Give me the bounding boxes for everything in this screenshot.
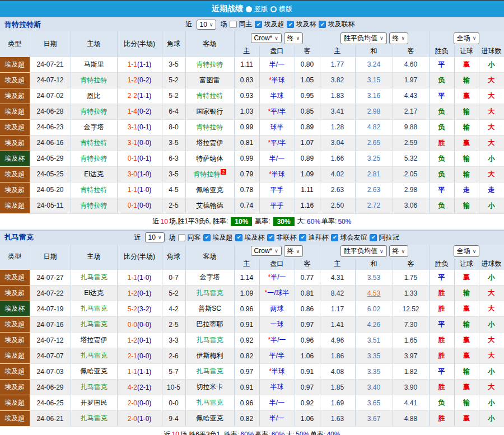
result-goals: 小: [479, 317, 504, 333]
avg-win: 4.31: [320, 270, 355, 286]
team-label: 扎马雷克: [197, 399, 223, 406]
odds-source-select[interactable]: Crow*∨: [251, 33, 282, 43]
match-row: 埃及超24-07-12塔拉贾伊1-2(0-1)3-3扎马雷克0.92*半/一0.…: [0, 333, 504, 348]
league-checkbox[interactable]: ✔阿拉冠: [370, 233, 399, 242]
handicap: *平/半: [259, 104, 295, 119]
odds-source-select[interactable]: Crow*∨: [251, 246, 282, 256]
layout-option-vertical[interactable]: 竖版: [246, 4, 268, 14]
match-count-select[interactable]: 10∨: [145, 232, 165, 242]
avg-select[interactable]: 胜平负均值∨: [340, 245, 387, 257]
team-label: 肯特拉特: [81, 76, 108, 84]
handicap: *半球: [259, 72, 295, 88]
corners: 0-7: [162, 270, 185, 286]
handicap-label: 平/半: [270, 139, 286, 147]
match-filter: 近10∨场同客✔埃及超✔埃及杯✔非联杯✔迪拜杯✔球会友谊✔阿拉冠: [134, 232, 399, 242]
handicap: 球半: [259, 119, 295, 135]
league-type-badge: 埃及超: [0, 135, 30, 151]
result-outcome: 胜: [429, 301, 454, 317]
handicap-label: 半/一: [269, 414, 284, 422]
league-checkbox[interactable]: ✔迪拜杯: [299, 233, 328, 242]
chevron-down-icon: ∨: [402, 35, 405, 41]
league-checkbox[interactable]: ✔非联杯: [267, 233, 296, 242]
odds-home: 0.92: [234, 333, 259, 348]
avg-lose: 4.60: [393, 57, 429, 72]
avg-lose: 2.05: [393, 166, 429, 182]
odds-home: 0.78: [234, 182, 259, 198]
handicap: 平手: [259, 198, 295, 213]
odds-home: 0.91: [234, 380, 259, 395]
home-team: 佩哈亚克: [71, 364, 117, 380]
checkbox-label: 埃及超: [264, 20, 284, 29]
result-outcome: 负: [429, 166, 454, 182]
same-venue-checkbox[interactable]: 同主: [230, 20, 252, 29]
match-date: 24-07-03: [30, 364, 71, 380]
odds-away: 0.77: [295, 270, 320, 286]
scope-select[interactable]: 全场∨: [454, 245, 480, 257]
checkbox-checked-icon: ✔: [267, 234, 274, 241]
league-checkbox[interactable]: ✔埃及杯: [287, 20, 316, 29]
match-row: 埃及超24-07-21马斯里1-1(1-1)3-5肯特拉特1.11半/一0.80…: [0, 57, 504, 72]
avg-draw: 2.72: [355, 198, 393, 213]
league-checkbox[interactable]: ✔埃及超: [255, 20, 284, 29]
halftime-score: (3-2): [137, 305, 151, 313]
avg-state-select[interactable]: 终∨: [389, 245, 409, 257]
odds-away: 0.89: [295, 151, 320, 166]
league-checkbox[interactable]: ✔埃及杯: [235, 233, 264, 242]
avg-select[interactable]: 胜平负均值∨: [340, 32, 387, 44]
recent-matches-table: 类型 日期 主场 比分(半场) 角球 客场 Crow*∨终∨ 胜平负均值∨终∨ …: [0, 31, 504, 214]
team-label: 肯特拉特: [81, 107, 108, 115]
away-team: 佩哈亚克: [185, 182, 234, 198]
col-handicap: 盘口: [259, 45, 295, 57]
checkbox-checked-icon: ✔: [331, 234, 338, 241]
match-count-select[interactable]: 10∨: [197, 20, 217, 30]
chevron-down-icon: ∨: [158, 235, 162, 240]
league-checkbox[interactable]: ✔埃及联杯: [319, 20, 354, 29]
corners: 0-0: [162, 395, 185, 411]
result-goals: 大: [479, 166, 504, 182]
same-venue-checkbox[interactable]: 同客: [178, 233, 200, 242]
summary-segment: 30%: [273, 217, 295, 226]
odds-home: 1.14: [234, 270, 259, 286]
home-team: 肯特拉特: [71, 182, 117, 198]
scope-select[interactable]: 全场∨: [454, 32, 480, 44]
corners: 2-5: [162, 198, 185, 213]
fulltime-score: 3-1: [128, 139, 137, 147]
summary-row: 近10场,胜1平3负6, 胜率:10%赢率:30%大:60%单率:50%: [0, 214, 504, 230]
layout-option-horizontal[interactable]: 横版: [270, 4, 292, 14]
col-type: 类型: [0, 245, 30, 270]
odds-state-select[interactable]: 终∨: [284, 245, 304, 257]
away-team: 肯特拉特: [185, 88, 234, 104]
handicap-label: 半球: [272, 170, 285, 178]
avg-group-header: 胜平负均值∨终∨: [320, 245, 429, 259]
col-odds-away: 客: [295, 45, 320, 57]
away-team: 塔拉贾伊: [185, 135, 234, 151]
odds-home: 1.03: [234, 104, 259, 119]
score: 3-1(0-0): [117, 135, 162, 151]
score: 1-1(1-0): [117, 270, 162, 286]
summary-segment: 赢率:: [255, 430, 270, 435]
summary-row: 近10场,胜6平3负1, 胜率:60%赢率:60%大:50%单率:40%: [0, 427, 504, 435]
league-checkbox[interactable]: ✔埃及超: [203, 233, 232, 242]
corners: 2-6: [162, 348, 185, 364]
match-row: 埃及超24-05-11肯特拉特0-1(0-0)2-5艾德翰德0.74平手1.16…: [0, 198, 504, 213]
fulltime-score: 2-1: [128, 352, 137, 360]
score: 3-1(0-1): [117, 119, 162, 135]
league-checkbox[interactable]: ✔球会友谊: [331, 233, 367, 242]
summary-segment: 大:: [297, 217, 306, 226]
corners: 6-4: [162, 104, 185, 119]
match-row: 埃及超24-07-07扎马雷克2-1(0-0)2-6伊斯梅利0.82平/半1.0…: [0, 348, 504, 364]
home-team: 扎马雷克: [71, 411, 117, 427]
result-goals: 大: [479, 286, 504, 301]
result-outcome: 负: [429, 119, 454, 135]
odds-state-select[interactable]: 终∨: [284, 32, 304, 44]
avg-lose: 2.98: [393, 182, 429, 198]
chevron-down-icon: ∨: [380, 249, 384, 254]
odds-home: 0.91: [234, 317, 259, 333]
avg-state-select[interactable]: 终∨: [389, 32, 409, 44]
handicap: *平/半: [259, 135, 295, 151]
score: 1-4(0-2): [117, 104, 162, 119]
team-label: 国家银行: [197, 107, 223, 115]
halftime-score: (1-0): [137, 415, 151, 423]
home-team: 扎马雷克: [71, 270, 117, 286]
near-label: 近: [186, 20, 193, 29]
